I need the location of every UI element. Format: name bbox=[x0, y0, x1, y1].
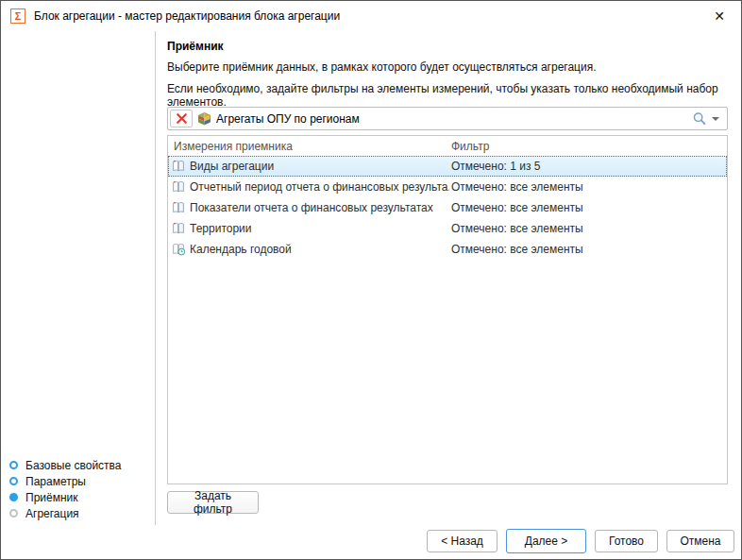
set-filter-button[interactable]: Задать фильтр bbox=[167, 491, 259, 514]
step-bullet-icon bbox=[9, 477, 18, 485]
dimension-filter: Отмечено: все элементы bbox=[449, 201, 727, 214]
table-header-row: Измерения приемника Фильтр bbox=[168, 136, 727, 156]
step-label: Приёмник bbox=[25, 491, 78, 504]
book-clock-icon bbox=[171, 242, 186, 257]
dimension-filter: Отмечено: все элементы bbox=[449, 222, 727, 235]
page-title: Приёмник bbox=[167, 40, 224, 53]
description-line-2: Если необходимо, задайте фильтры на элем… bbox=[167, 82, 741, 109]
cube-icon bbox=[197, 111, 211, 126]
dimension-name: Территории bbox=[190, 222, 252, 235]
description-line-1: Выберите приёмник данных, в рамках котор… bbox=[167, 60, 597, 74]
finish-button[interactable]: Готово bbox=[595, 530, 658, 552]
table-row[interactable]: Отчетный период отчета о финансовых резу… bbox=[168, 177, 727, 197]
wizard-step-aggregation[interactable]: Агрегация bbox=[8, 505, 151, 521]
step-bullet-icon bbox=[9, 509, 18, 518]
wizard-step-basic-properties[interactable]: Базовые свойства bbox=[8, 457, 151, 473]
receiver-picker[interactable]: Агрегаты ОПУ по регионам bbox=[167, 107, 728, 130]
sidebar-separator bbox=[155, 31, 156, 525]
open-book-icon bbox=[171, 200, 186, 215]
magnifier-icon bbox=[692, 111, 707, 127]
cancel-button[interactable]: Отмена bbox=[666, 530, 734, 552]
title-bar: Σ Блок агрегации - мастер редактирования… bbox=[1, 1, 741, 31]
dimension-name: Виды агрегации bbox=[190, 160, 274, 173]
step-label: Базовые свойства bbox=[25, 459, 122, 472]
dimension-name: Показатели отчета о финансовых результат… bbox=[190, 201, 433, 214]
footer-buttons: < Назад Далее > Готово Отмена bbox=[427, 529, 734, 553]
table-row[interactable]: Показатели отчета о финансовых результат… bbox=[168, 197, 727, 218]
step-bullet-icon bbox=[9, 461, 18, 469]
dimension-name: Календарь годовой bbox=[190, 243, 292, 256]
dimension-name: Отчетный период отчета о финансовых резу… bbox=[190, 180, 449, 194]
column-header-filter[interactable]: Фильтр bbox=[449, 140, 727, 153]
clear-receiver-button[interactable] bbox=[170, 110, 193, 127]
wizard-steps: Базовые свойства Параметры Приёмник Агре… bbox=[8, 457, 151, 521]
open-book-icon bbox=[171, 179, 186, 195]
back-button[interactable]: < Назад bbox=[427, 530, 497, 552]
dimension-filter: Отмечено: все элементы bbox=[449, 243, 727, 256]
red-x-icon bbox=[176, 112, 188, 125]
search-dropdown-button[interactable] bbox=[692, 111, 727, 127]
dimension-filter: Отмечено: все элементы bbox=[449, 180, 727, 194]
open-book-icon bbox=[171, 221, 186, 236]
open-book-icon bbox=[171, 159, 186, 174]
chevron-down-icon bbox=[712, 117, 719, 121]
column-header-dimensions[interactable]: Измерения приемника bbox=[168, 140, 449, 153]
step-bullet-icon bbox=[9, 493, 18, 501]
sigma-app-icon: Σ bbox=[10, 8, 25, 24]
close-icon[interactable]: ✕ bbox=[698, 1, 741, 30]
dialog-window: Σ Блок агрегации - мастер редактирования… bbox=[0, 0, 742, 560]
table-row[interactable]: Виды агрегации Отмечено: 1 из 5 bbox=[168, 156, 727, 177]
table-row[interactable]: Календарь годовой Отмечено: все элементы bbox=[168, 239, 727, 260]
step-label: Агрегация bbox=[25, 507, 79, 520]
window-title: Блок агрегации - мастер редактирования б… bbox=[34, 9, 340, 23]
next-button[interactable]: Далее > bbox=[506, 529, 586, 553]
dimension-filter: Отмечено: 1 из 5 bbox=[449, 160, 727, 173]
table-row[interactable]: Территории Отмечено: все элементы bbox=[168, 218, 727, 239]
wizard-step-parameters[interactable]: Параметры bbox=[8, 473, 151, 489]
receiver-picker-value: Агрегаты ОПУ по регионам bbox=[216, 112, 692, 126]
step-label: Параметры bbox=[25, 475, 86, 488]
wizard-step-receiver[interactable]: Приёмник bbox=[8, 489, 151, 505]
dimensions-table: Измерения приемника Фильтр Виды агрегаци… bbox=[167, 135, 728, 484]
